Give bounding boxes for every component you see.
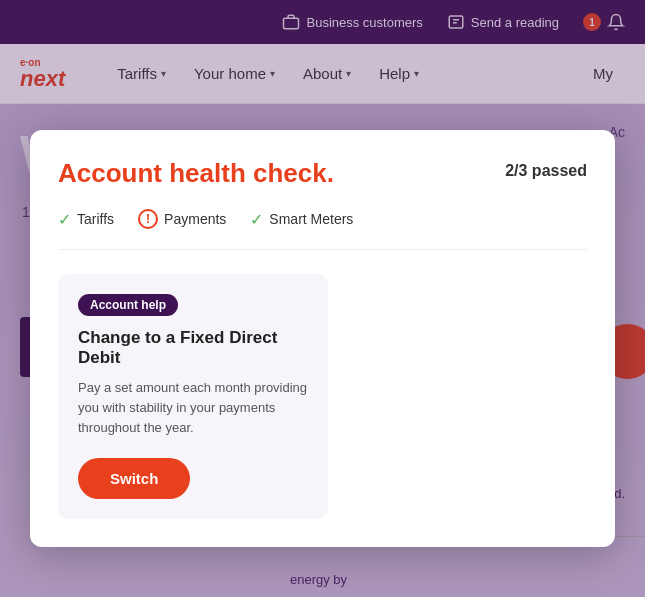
modal-title: Account health check. — [58, 158, 334, 189]
check-tariffs: ✓ Tariffs — [58, 210, 114, 229]
card-description: Pay a set amount each month providing yo… — [78, 378, 308, 438]
account-health-check-modal: Account health check. 2/3 passed ✓ Tarif… — [30, 130, 615, 547]
checks-row: ✓ Tariffs ! Payments ✓ Smart Meters — [58, 209, 587, 250]
check-tariffs-label: Tariffs — [77, 211, 114, 227]
card-title: Change to a Fixed Direct Debit — [78, 328, 308, 368]
account-help-card: Account help Change to a Fixed Direct De… — [58, 274, 328, 519]
check-smart-meters: ✓ Smart Meters — [250, 210, 353, 229]
modal-header: Account health check. 2/3 passed — [58, 158, 587, 189]
check-pass-icon: ✓ — [58, 210, 71, 229]
check-smart-meters-label: Smart Meters — [269, 211, 353, 227]
card-badge: Account help — [78, 294, 178, 316]
check-pass-icon: ✓ — [250, 210, 263, 229]
switch-button[interactable]: Switch — [78, 458, 190, 499]
check-payments: ! Payments — [138, 209, 226, 229]
check-warning-icon: ! — [138, 209, 158, 229]
check-payments-label: Payments — [164, 211, 226, 227]
passed-count: 2/3 passed — [505, 162, 587, 180]
